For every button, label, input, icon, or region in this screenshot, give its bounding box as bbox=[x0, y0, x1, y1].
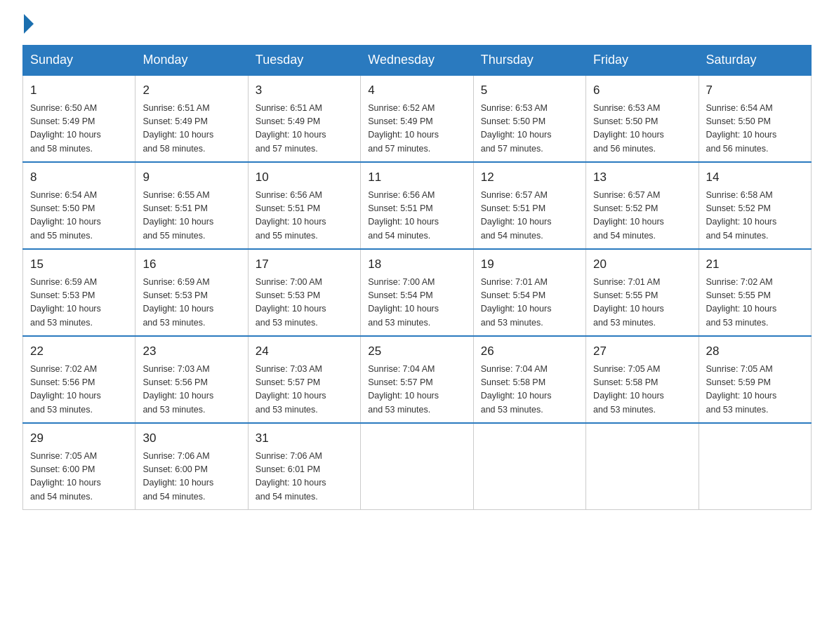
day-info: Sunrise: 7:00 AM Sunset: 5:53 PM Dayligh… bbox=[256, 276, 353, 330]
calendar-cell: 6 Sunrise: 6:53 AM Sunset: 5:50 PM Dayli… bbox=[586, 75, 699, 162]
calendar-cell: 14 Sunrise: 6:58 AM Sunset: 5:52 PM Dayl… bbox=[699, 162, 811, 249]
day-number: 23 bbox=[143, 342, 240, 361]
day-info: Sunrise: 7:03 AM Sunset: 5:57 PM Dayligh… bbox=[256, 363, 353, 417]
calendar-cell: 1 Sunrise: 6:50 AM Sunset: 5:49 PM Dayli… bbox=[23, 75, 135, 162]
day-info: Sunrise: 6:52 AM Sunset: 5:49 PM Dayligh… bbox=[368, 102, 465, 156]
calendar-cell: 9 Sunrise: 6:55 AM Sunset: 5:51 PM Dayli… bbox=[135, 162, 248, 249]
calendar-cell: 26 Sunrise: 7:04 AM Sunset: 5:58 PM Dayl… bbox=[473, 336, 585, 423]
day-info: Sunrise: 6:53 AM Sunset: 5:50 PM Dayligh… bbox=[593, 102, 691, 156]
day-info: Sunrise: 7:04 AM Sunset: 5:57 PM Dayligh… bbox=[368, 363, 465, 417]
logo-icon bbox=[22, 17, 34, 34]
day-number: 7 bbox=[706, 81, 804, 100]
calendar-cell: 5 Sunrise: 6:53 AM Sunset: 5:50 PM Dayli… bbox=[473, 75, 585, 162]
calendar-cell: 15 Sunrise: 6:59 AM Sunset: 5:53 PM Dayl… bbox=[23, 249, 135, 336]
calendar-cell: 19 Sunrise: 7:01 AM Sunset: 5:54 PM Dayl… bbox=[473, 249, 585, 336]
day-number: 11 bbox=[368, 168, 465, 187]
calendar-cell: 27 Sunrise: 7:05 AM Sunset: 5:58 PM Dayl… bbox=[586, 336, 699, 423]
calendar-cell: 29 Sunrise: 7:05 AM Sunset: 6:00 PM Dayl… bbox=[23, 423, 135, 510]
day-number: 31 bbox=[256, 429, 353, 448]
col-header-wednesday: Wednesday bbox=[361, 46, 473, 76]
day-info: Sunrise: 6:56 AM Sunset: 5:51 PM Dayligh… bbox=[368, 189, 465, 243]
calendar-cell bbox=[699, 423, 811, 510]
calendar-cell: 21 Sunrise: 7:02 AM Sunset: 5:55 PM Dayl… bbox=[699, 249, 811, 336]
day-info: Sunrise: 7:06 AM Sunset: 6:01 PM Dayligh… bbox=[256, 450, 353, 504]
day-info: Sunrise: 7:02 AM Sunset: 5:55 PM Dayligh… bbox=[706, 276, 804, 330]
day-number: 28 bbox=[706, 342, 804, 361]
col-header-friday: Friday bbox=[586, 46, 699, 76]
day-number: 3 bbox=[256, 81, 353, 100]
week-row-5: 29 Sunrise: 7:05 AM Sunset: 6:00 PM Dayl… bbox=[23, 423, 812, 510]
day-number: 8 bbox=[30, 168, 128, 187]
page-header bbox=[22, 17, 812, 34]
calendar-cell bbox=[586, 423, 699, 510]
calendar-cell: 20 Sunrise: 7:01 AM Sunset: 5:55 PM Dayl… bbox=[586, 249, 699, 336]
day-number: 22 bbox=[30, 342, 128, 361]
calendar-cell: 16 Sunrise: 6:59 AM Sunset: 5:53 PM Dayl… bbox=[135, 249, 248, 336]
logo bbox=[22, 17, 34, 34]
week-row-1: 1 Sunrise: 6:50 AM Sunset: 5:49 PM Dayli… bbox=[23, 75, 812, 162]
calendar-cell: 12 Sunrise: 6:57 AM Sunset: 5:51 PM Dayl… bbox=[473, 162, 585, 249]
calendar-cell bbox=[473, 423, 585, 510]
day-number: 18 bbox=[368, 255, 465, 274]
calendar-cell: 22 Sunrise: 7:02 AM Sunset: 5:56 PM Dayl… bbox=[23, 336, 135, 423]
day-info: Sunrise: 6:50 AM Sunset: 5:49 PM Dayligh… bbox=[30, 102, 128, 156]
day-number: 14 bbox=[706, 168, 804, 187]
day-number: 16 bbox=[143, 255, 240, 274]
calendar-cell: 17 Sunrise: 7:00 AM Sunset: 5:53 PM Dayl… bbox=[248, 249, 360, 336]
calendar-cell bbox=[361, 423, 473, 510]
logo-triangle-icon bbox=[24, 14, 34, 34]
day-number: 29 bbox=[30, 429, 128, 448]
col-header-tuesday: Tuesday bbox=[248, 46, 360, 76]
day-number: 15 bbox=[30, 255, 128, 274]
calendar-cell: 31 Sunrise: 7:06 AM Sunset: 6:01 PM Dayl… bbox=[248, 423, 360, 510]
day-number: 21 bbox=[706, 255, 804, 274]
day-number: 30 bbox=[143, 429, 240, 448]
day-number: 27 bbox=[593, 342, 691, 361]
day-info: Sunrise: 7:06 AM Sunset: 6:00 PM Dayligh… bbox=[143, 450, 240, 504]
day-info: Sunrise: 6:51 AM Sunset: 5:49 PM Dayligh… bbox=[143, 102, 240, 156]
col-header-sunday: Sunday bbox=[23, 46, 135, 76]
day-info: Sunrise: 6:59 AM Sunset: 5:53 PM Dayligh… bbox=[30, 276, 128, 330]
calendar-cell: 7 Sunrise: 6:54 AM Sunset: 5:50 PM Dayli… bbox=[699, 75, 811, 162]
calendar-cell: 28 Sunrise: 7:05 AM Sunset: 5:59 PM Dayl… bbox=[699, 336, 811, 423]
day-number: 2 bbox=[143, 81, 240, 100]
col-header-monday: Monday bbox=[135, 46, 248, 76]
day-info: Sunrise: 7:05 AM Sunset: 6:00 PM Dayligh… bbox=[30, 450, 128, 504]
col-header-saturday: Saturday bbox=[699, 46, 811, 76]
calendar-cell: 11 Sunrise: 6:56 AM Sunset: 5:51 PM Dayl… bbox=[361, 162, 473, 249]
day-info: Sunrise: 7:01 AM Sunset: 5:54 PM Dayligh… bbox=[481, 276, 578, 330]
day-info: Sunrise: 6:56 AM Sunset: 5:51 PM Dayligh… bbox=[256, 189, 353, 243]
calendar-cell: 13 Sunrise: 6:57 AM Sunset: 5:52 PM Dayl… bbox=[586, 162, 699, 249]
calendar-cell: 25 Sunrise: 7:04 AM Sunset: 5:57 PM Dayl… bbox=[361, 336, 473, 423]
day-info: Sunrise: 7:02 AM Sunset: 5:56 PM Dayligh… bbox=[30, 363, 128, 417]
day-info: Sunrise: 7:00 AM Sunset: 5:54 PM Dayligh… bbox=[368, 276, 465, 330]
day-info: Sunrise: 6:55 AM Sunset: 5:51 PM Dayligh… bbox=[143, 189, 240, 243]
day-info: Sunrise: 6:57 AM Sunset: 5:51 PM Dayligh… bbox=[481, 189, 578, 243]
calendar-cell: 24 Sunrise: 7:03 AM Sunset: 5:57 PM Dayl… bbox=[248, 336, 360, 423]
day-number: 13 bbox=[593, 168, 691, 187]
calendar-cell: 8 Sunrise: 6:54 AM Sunset: 5:50 PM Dayli… bbox=[23, 162, 135, 249]
day-number: 6 bbox=[593, 81, 691, 100]
calendar-cell: 18 Sunrise: 7:00 AM Sunset: 5:54 PM Dayl… bbox=[361, 249, 473, 336]
day-number: 17 bbox=[256, 255, 353, 274]
day-info: Sunrise: 7:03 AM Sunset: 5:56 PM Dayligh… bbox=[143, 363, 240, 417]
calendar-header-row: SundayMondayTuesdayWednesdayThursdayFrid… bbox=[23, 46, 812, 76]
day-number: 20 bbox=[593, 255, 691, 274]
calendar-cell: 3 Sunrise: 6:51 AM Sunset: 5:49 PM Dayli… bbox=[248, 75, 360, 162]
day-number: 1 bbox=[30, 81, 128, 100]
calendar-cell: 10 Sunrise: 6:56 AM Sunset: 5:51 PM Dayl… bbox=[248, 162, 360, 249]
col-header-thursday: Thursday bbox=[473, 46, 585, 76]
calendar-cell: 4 Sunrise: 6:52 AM Sunset: 5:49 PM Dayli… bbox=[361, 75, 473, 162]
week-row-2: 8 Sunrise: 6:54 AM Sunset: 5:50 PM Dayli… bbox=[23, 162, 812, 249]
day-info: Sunrise: 6:54 AM Sunset: 5:50 PM Dayligh… bbox=[706, 102, 804, 156]
day-info: Sunrise: 6:57 AM Sunset: 5:52 PM Dayligh… bbox=[593, 189, 691, 243]
day-info: Sunrise: 6:59 AM Sunset: 5:53 PM Dayligh… bbox=[143, 276, 240, 330]
day-number: 5 bbox=[481, 81, 578, 100]
day-number: 25 bbox=[368, 342, 465, 361]
day-info: Sunrise: 6:58 AM Sunset: 5:52 PM Dayligh… bbox=[706, 189, 804, 243]
day-number: 19 bbox=[481, 255, 578, 274]
day-info: Sunrise: 7:04 AM Sunset: 5:58 PM Dayligh… bbox=[481, 363, 578, 417]
day-info: Sunrise: 6:54 AM Sunset: 5:50 PM Dayligh… bbox=[30, 189, 128, 243]
day-info: Sunrise: 7:05 AM Sunset: 5:59 PM Dayligh… bbox=[706, 363, 804, 417]
day-number: 9 bbox=[143, 168, 240, 187]
